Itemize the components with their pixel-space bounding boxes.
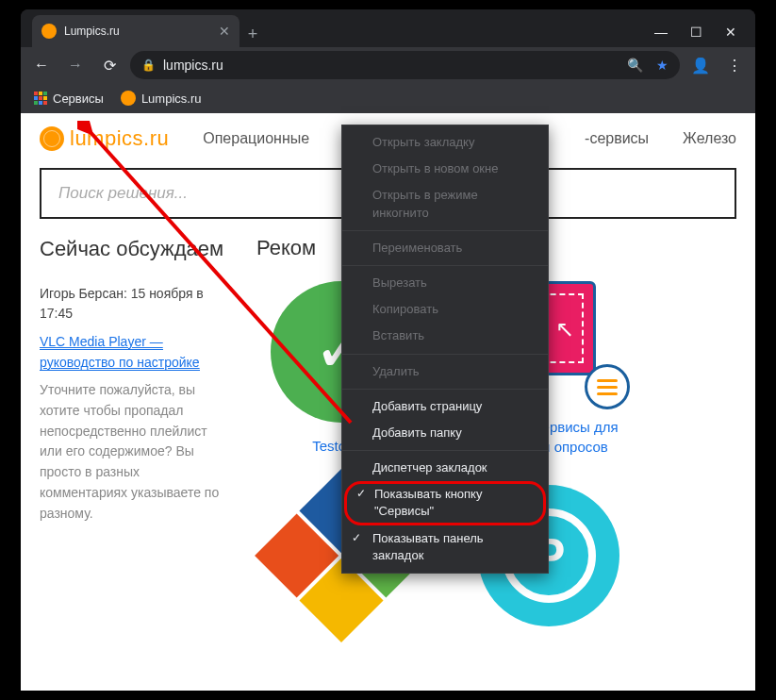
search-icon[interactable]: 🔍 [627, 58, 643, 73]
ctx-delete: Удалить [342, 358, 548, 385]
maximize-button[interactable]: ☐ [690, 25, 702, 40]
bookmarks-bar[interactable]: Сервисы Lumpics.ru [21, 83, 755, 113]
sidebar-title: Сейчас обсуждаем [40, 236, 228, 263]
nav-services[interactable]: -сервисы [585, 130, 649, 147]
nav-os[interactable]: Операционные [203, 130, 309, 147]
ctx-paste: Вставить [342, 323, 548, 349]
apps-label: Сервисы [53, 92, 104, 106]
lock-icon: 🔒 [141, 58, 156, 72]
close-tab-icon[interactable]: ✕ [219, 24, 230, 39]
address-bar[interactable]: 🔒 lumpics.ru 🔍 ★ [130, 51, 680, 79]
ctx-separator [342, 389, 548, 390]
ctx-add-page[interactable]: Добавить страницу [342, 393, 548, 420]
browser-tab[interactable]: Lumpics.ru ✕ [32, 15, 239, 47]
nav-hardware[interactable]: Железо [683, 130, 736, 147]
ctx-cut: Вырезать [342, 270, 548, 296]
logo-icon [40, 126, 64, 151]
comment-link[interactable]: VLC Media Player — руководство по настро… [40, 334, 200, 371]
ctx-show-apps[interactable]: Показывать кнопку "Сервисы" [344, 481, 546, 525]
menu-button[interactable]: ⋮ [721, 52, 748, 78]
star-icon[interactable]: ★ [656, 58, 669, 73]
apps-grid-icon [34, 92, 47, 105]
ctx-separator [342, 230, 548, 231]
ctx-copy: Копировать [342, 296, 548, 323]
ctx-separator [342, 450, 548, 451]
apps-button[interactable]: Сервисы [34, 92, 104, 106]
back-button[interactable]: ← [28, 52, 55, 78]
ctx-open-window: Открыть в новом окне [342, 156, 548, 182]
close-window-button[interactable]: ✕ [725, 25, 736, 40]
ctx-add-folder[interactable]: Добавить папку [342, 420, 548, 446]
ctx-open-incognito: Открыть в режиме инкогнито [342, 182, 548, 225]
minimize-button[interactable]: — [654, 25, 668, 40]
ctx-bookmark-manager[interactable]: Диспетчер закладок [342, 455, 548, 481]
site-logo[interactable]: lumpics.ru [40, 126, 169, 151]
context-menu: Открыть закладку Открыть в новом окне От… [341, 125, 549, 574]
ctx-separator [342, 265, 548, 266]
comment-meta: Игорь Берсан: 15 ноября в 17:45 [40, 284, 228, 324]
bookmark-label: Lumpics.ru [141, 92, 202, 106]
bookmark-item[interactable]: Lumpics.ru [121, 91, 202, 106]
sidebar-discussion: Сейчас обсуждаем Игорь Берсан: 15 ноября… [40, 236, 228, 626]
tab-title: Lumpics.ru [64, 25, 211, 38]
toolbar: ← → ⟳ 🔒 lumpics.ru 🔍 ★ 👤 ⋮ [21, 47, 755, 83]
profile-button[interactable]: 👤 [687, 52, 714, 78]
ctx-open: Открыть закладку [342, 129, 548, 156]
ctx-show-bar[interactable]: Показывать панель закладок [342, 525, 548, 569]
favicon-icon [41, 24, 57, 39]
reload-button[interactable]: ⟳ [96, 52, 123, 78]
logo-text: lumpics.ru [70, 126, 169, 151]
new-tab-button[interactable]: + [239, 21, 266, 47]
comment-body: Уточните пожалуйста, вы хотите чтобы про… [40, 380, 228, 524]
forward-button[interactable]: → [62, 52, 89, 78]
url-text: lumpics.ru [163, 58, 223, 73]
window-controls: — ☐ ✕ [654, 25, 755, 47]
bookmark-favicon-icon [121, 91, 136, 106]
ctx-separator [342, 354, 548, 355]
titlebar: Lumpics.ru ✕ + — ☐ ✕ [21, 9, 755, 47]
ctx-rename: Переименовать [342, 235, 548, 261]
